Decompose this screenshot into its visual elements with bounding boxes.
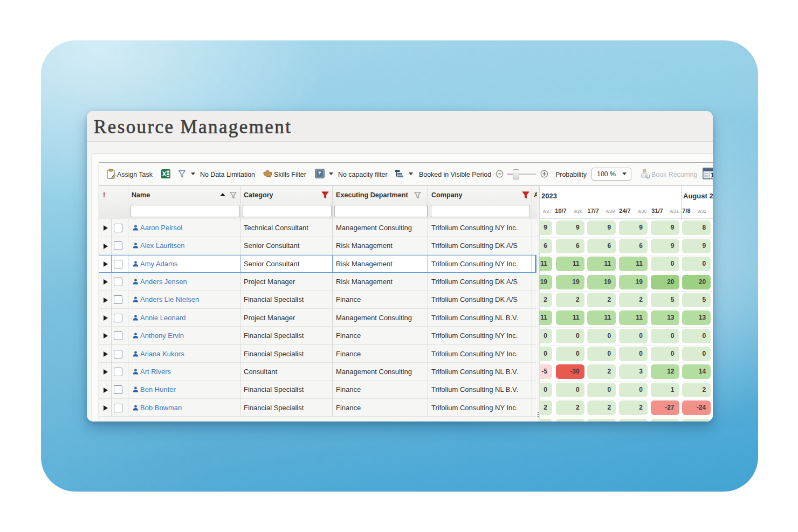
svg-text:1: 1 bbox=[711, 172, 713, 178]
svg-text:X: X bbox=[162, 170, 167, 178]
